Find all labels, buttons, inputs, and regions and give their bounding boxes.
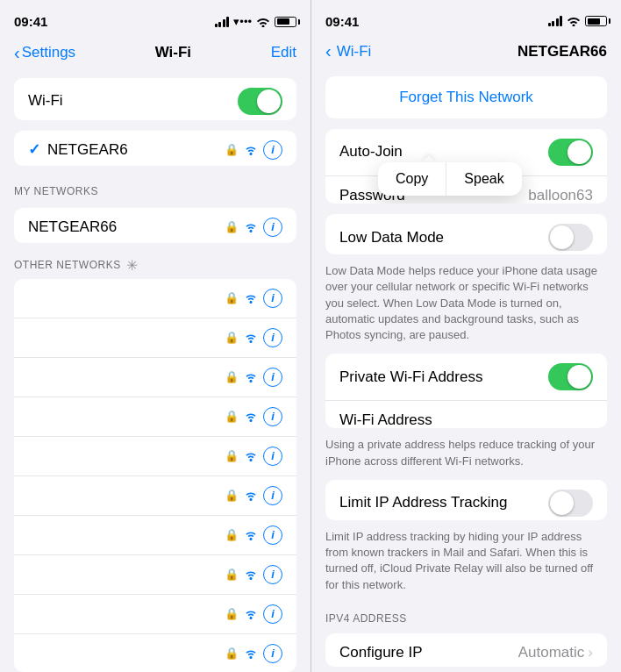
back-chevron-icon: ‹ (325, 41, 332, 61)
other-network-info-button[interactable]: i (263, 289, 282, 308)
private-wifi-row: Private Wi-Fi Address (325, 354, 607, 401)
low-data-mode-row: Low Data Mode (325, 214, 607, 254)
lock-icon: 🔒 (225, 568, 239, 581)
low-data-mode-section: Low Data Mode (325, 214, 607, 254)
lock-icon: 🔒 (225, 291, 239, 304)
left-status-bar: 09:41 ▾••• (0, 0, 310, 37)
other-network-info-button[interactable]: i (263, 565, 282, 584)
other-network-row[interactable]: 🔒 i (14, 437, 296, 476)
other-network-row[interactable]: 🔒 i (14, 555, 296, 595)
toggle-knob (550, 225, 574, 249)
settings-back-label: Settings (22, 44, 75, 61)
ipv4-section-header: IPV4 ADDRESS (311, 598, 621, 628)
wifi-signal-icon (244, 569, 258, 580)
edit-button[interactable]: Edit (271, 44, 296, 61)
other-network-row[interactable]: 🔒 i (14, 318, 296, 358)
low-data-mode-label: Low Data Mode (339, 229, 548, 247)
wifi-back-button[interactable]: Wi-Fi (337, 43, 372, 61)
auto-join-label: Auto-Join (339, 143, 548, 161)
right-nav-title: NETGEAR66 (518, 43, 607, 61)
other-network-info-button[interactable]: i (263, 604, 282, 624)
my-network-icons: 🔒 i (225, 218, 282, 237)
other-network-info-button[interactable]: i (263, 525, 282, 545)
other-network-info-button[interactable]: i (263, 407, 282, 426)
other-network-row[interactable]: 🔒 i (14, 516, 296, 555)
my-network-row[interactable]: NETGEAR66 🔒 i (14, 208, 296, 243)
limit-ip-label: Limit IP Address Tracking (339, 494, 548, 511)
other-network-row[interactable]: 🔒 i (14, 476, 296, 516)
other-network-icons: 🔒 i (225, 328, 282, 347)
configure-ip-label: Configure IP (339, 644, 518, 661)
wifi-signal-icon (244, 145, 258, 155)
wifi-icon (567, 16, 581, 26)
other-network-row[interactable]: 🔒 i (14, 358, 296, 397)
lock-icon: 🔒 (225, 220, 239, 233)
right-status-bar: 09:41 (311, 0, 621, 36)
private-wifi-toggle[interactable] (548, 363, 593, 390)
other-network-row[interactable]: 🔒 i (14, 634, 296, 672)
ipv4-section: Configure IP Automatic › (325, 633, 607, 667)
wifi-signal-icon (244, 372, 258, 382)
other-network-info-button[interactable]: i (263, 368, 282, 387)
my-networks-label: MY NETWORKS (0, 171, 310, 203)
lock-icon: 🔒 (225, 647, 239, 660)
battery-icon (275, 17, 296, 27)
speak-menu-item[interactable]: Speak (446, 162, 521, 196)
network-info-button[interactable]: i (263, 140, 282, 160)
right-panel: 09:41 ‹ Wi-Fi NETGEAR66 Forget This Netw… (310, 0, 621, 672)
other-network-row[interactable]: 🔒 i (14, 595, 296, 634)
wifi-signal-icon (244, 609, 258, 619)
wifi-label: Wi-Fi (28, 92, 238, 110)
toggle-knob (550, 491, 574, 515)
other-network-icons: 🔒 i (225, 525, 282, 545)
low-data-mode-toggle[interactable] (548, 224, 593, 251)
wifi-signal-icon (244, 451, 258, 461)
low-data-mode-description: Low Data Mode helps reduce your iPhone d… (325, 263, 607, 343)
other-network-icons: 🔒 i (225, 486, 282, 505)
settings-back-button[interactable]: ‹ Settings (14, 43, 75, 63)
copy-menu-item[interactable]: Copy (378, 162, 446, 196)
password-value: balloon63 (528, 187, 593, 204)
other-network-info-button[interactable]: i (263, 486, 282, 505)
wifi-address-row: Wi-Fi Address (325, 401, 607, 428)
other-network-icons: 🔒 i (225, 604, 282, 624)
other-network-info-button[interactable]: i (263, 447, 282, 466)
configure-ip-row[interactable]: Configure IP Automatic › (325, 633, 607, 667)
other-networks-label: OTHER NETWORKS (14, 259, 121, 271)
right-status-icons (548, 16, 608, 26)
my-network-name: NETGEAR66 (28, 218, 225, 236)
network-row-icons: 🔒 i (225, 140, 282, 160)
lock-icon: 🔒 (225, 331, 239, 344)
right-time: 09:41 (325, 14, 359, 29)
lock-icon: 🔒 (225, 449, 239, 462)
other-network-info-button[interactable]: i (263, 644, 282, 663)
checkmark-icon: ✓ (28, 140, 40, 159)
auto-join-row: Auto-Join Copy Speak (325, 129, 607, 176)
other-network-row[interactable]: 🔒 i (14, 279, 296, 318)
auto-join-toggle[interactable] (548, 139, 593, 166)
other-network-info-button[interactable]: i (263, 328, 282, 347)
wifi-signal-icon (244, 411, 258, 422)
right-nav-bar: ‹ Wi-Fi NETGEAR66 (311, 36, 621, 71)
my-network-info-button[interactable]: i (263, 218, 282, 237)
wifi-toggle-section: Wi-Fi (14, 78, 296, 120)
wifi-icon (256, 17, 270, 27)
forget-network-button[interactable]: Forget This Network (325, 76, 607, 118)
wifi-toggle-row: Wi-Fi (14, 78, 296, 120)
network-settings-section: Auto-Join Copy Speak Password balloon63 (325, 129, 607, 204)
wifi-signal-icon (244, 648, 258, 659)
signal-icon (548, 16, 563, 26)
other-network-row[interactable]: 🔒 i (14, 397, 296, 437)
limit-ip-toggle[interactable] (548, 490, 593, 517)
lock-icon: 🔒 (225, 607, 239, 620)
left-nav-title: Wi-Fi (155, 44, 191, 61)
battery-icon (585, 16, 607, 26)
loading-spinner-icon: ✳ (126, 257, 138, 274)
limit-ip-row: Limit IP Address Tracking (325, 480, 607, 520)
lock-icon: 🔒 (225, 489, 239, 502)
other-network-icons: 🔒 i (225, 368, 282, 387)
connected-network-section: ✓ NETGEAR6 🔒 i (14, 131, 296, 166)
other-network-icons: 🔒 i (225, 565, 282, 584)
connected-network-row[interactable]: ✓ NETGEAR6 🔒 i (14, 131, 296, 166)
wifi-toggle[interactable] (238, 88, 282, 115)
